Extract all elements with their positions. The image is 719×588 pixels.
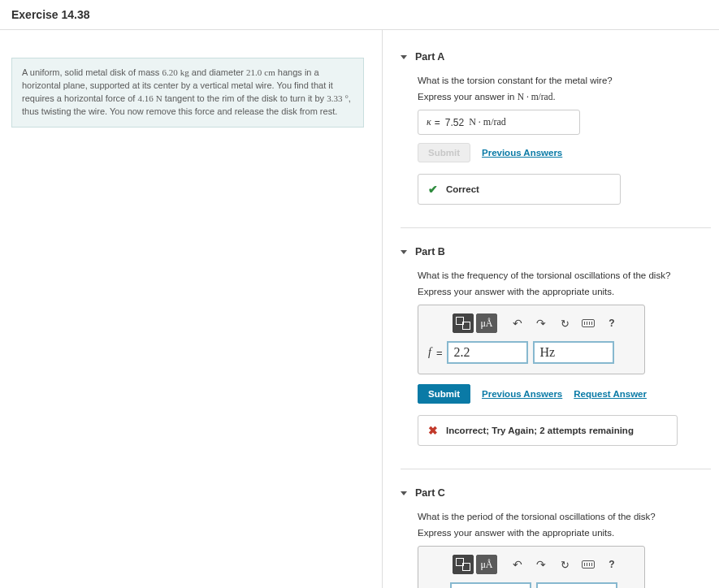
reset-icon[interactable] <box>554 313 575 333</box>
instr-unit: N · m/rad <box>518 92 553 102</box>
request-answer-link[interactable]: Request Answer <box>574 389 647 399</box>
equals-sign: = <box>435 117 440 128</box>
part-a-question: What is the torsion constant for the met… <box>418 76 711 85</box>
part-a-feedback: ✔ Correct <box>418 174 621 205</box>
part-c-unit-input[interactable] <box>536 582 617 588</box>
part-c-header[interactable]: Part C <box>401 487 711 499</box>
redo-icon[interactable] <box>531 555 552 574</box>
submit-button-disabled: Submit <box>418 143 470 162</box>
instr-prefix: Express your answer in <box>418 92 518 102</box>
mass-value: 6.20 <box>162 67 177 77</box>
caret-down-icon <box>401 491 407 495</box>
problem-statement: A uniform, solid metal disk of mass 6.20… <box>11 58 364 128</box>
equals-sign: = <box>436 347 443 359</box>
reset-icon[interactable] <box>554 555 575 574</box>
part-a-answer-box: κ = 7.52 N · m/rad <box>418 110 580 135</box>
diameter-unit: cm <box>264 67 275 77</box>
part-b-unit-input[interactable] <box>533 341 614 364</box>
templates-icon[interactable] <box>453 555 474 574</box>
mass-unit: kg <box>180 67 189 77</box>
part-b-feedback-text: Incorrect; Try Again; 2 attempts remaini… <box>446 426 634 435</box>
keyboard-icon[interactable] <box>578 313 599 333</box>
part-b-instruction: Express your answer with the appropriate… <box>418 287 711 296</box>
part-b-feedback: ✖ Incorrect; Try Again; 2 attempts remai… <box>418 415 678 446</box>
undo-icon[interactable] <box>507 313 528 333</box>
help-icon[interactable] <box>601 313 622 333</box>
force-value: 4.16 <box>137 93 153 103</box>
page-header: Exercise 14.38 <box>0 0 719 30</box>
submit-button[interactable]: Submit <box>418 384 470 404</box>
caret-down-icon <box>401 250 407 254</box>
part-a-var: κ <box>427 116 431 128</box>
part-a: Part A What is the torsion constant for … <box>401 51 711 205</box>
divider <box>401 469 711 469</box>
previous-answers-link[interactable]: Previous Answers <box>482 389 562 399</box>
part-b-question: What is the frequency of the torsional o… <box>418 270 711 280</box>
x-icon: ✖ <box>428 424 438 437</box>
problem-text: A uniform, solid metal disk of mass <box>22 67 162 77</box>
part-c: Part C What is the period of the torsion… <box>401 487 711 588</box>
previous-answers-link[interactable]: Previous Answers <box>482 148 562 158</box>
part-c-body: What is the period of the torsional osci… <box>401 512 711 588</box>
instr-suffix: . <box>552 92 555 102</box>
part-c-value-input[interactable] <box>450 582 531 588</box>
part-b-toolbar: μÅ <box>453 313 635 333</box>
part-b-body: What is the frequency of the torsional o… <box>401 270 711 446</box>
part-b-value-input[interactable] <box>447 341 528 364</box>
part-a-title: Part A <box>415 51 444 63</box>
part-a-body: What is the torsion constant for the met… <box>401 76 711 205</box>
force-unit: N <box>156 93 162 103</box>
part-a-instruction: Express your answer in N · m/rad. <box>418 92 711 102</box>
problem-column: A uniform, solid metal disk of mass 6.20… <box>0 30 382 588</box>
part-a-unit: N · m/rad <box>469 116 506 128</box>
angle-value: 3.33 <box>327 93 342 103</box>
part-b-title: Part B <box>415 246 445 257</box>
part-b-value-row: f = <box>428 341 635 364</box>
answers-column: Part A What is the torsion constant for … <box>382 30 719 588</box>
symbols-button[interactable]: μÅ <box>476 555 497 574</box>
templates-icon[interactable] <box>453 313 474 333</box>
part-a-header[interactable]: Part A <box>401 51 711 63</box>
check-icon: ✔ <box>428 183 438 196</box>
part-a-feedback-text: Correct <box>446 184 479 194</box>
problem-text: and diameter <box>189 67 246 77</box>
undo-icon[interactable] <box>507 555 528 574</box>
divider <box>401 227 711 228</box>
main-layout: A uniform, solid metal disk of mass 6.20… <box>0 30 719 588</box>
redo-icon[interactable] <box>531 313 552 333</box>
part-b-header[interactable]: Part B <box>401 246 711 257</box>
help-icon[interactable] <box>601 555 622 574</box>
part-c-toolbar: μÅ <box>453 555 635 574</box>
part-c-title: Part C <box>415 487 445 499</box>
part-c-value-row: T = <box>428 582 635 588</box>
part-a-value: 7.52 <box>445 117 464 128</box>
part-a-buttons: Submit Previous Answers <box>418 143 711 162</box>
part-b-var: f <box>428 346 431 359</box>
symbols-button[interactable]: μÅ <box>476 313 497 333</box>
caret-down-icon <box>401 55 407 59</box>
keyboard-icon[interactable] <box>578 555 599 574</box>
part-c-instruction: Express your answer with the appropriate… <box>418 528 711 538</box>
part-b-buttons: Submit Previous Answers Request Answer <box>418 384 711 404</box>
exercise-title: Exercise 14.38 <box>11 8 708 21</box>
part-b-input-panel: μÅ f = <box>418 305 645 374</box>
part-c-input-panel: μÅ T = <box>418 546 645 588</box>
problem-text: tangent to the rim of the disk to turn i… <box>162 93 327 103</box>
part-b: Part B What is the frequency of the tors… <box>401 246 711 446</box>
part-c-question: What is the period of the torsional osci… <box>418 512 711 521</box>
diameter-value: 21.0 <box>246 67 262 77</box>
